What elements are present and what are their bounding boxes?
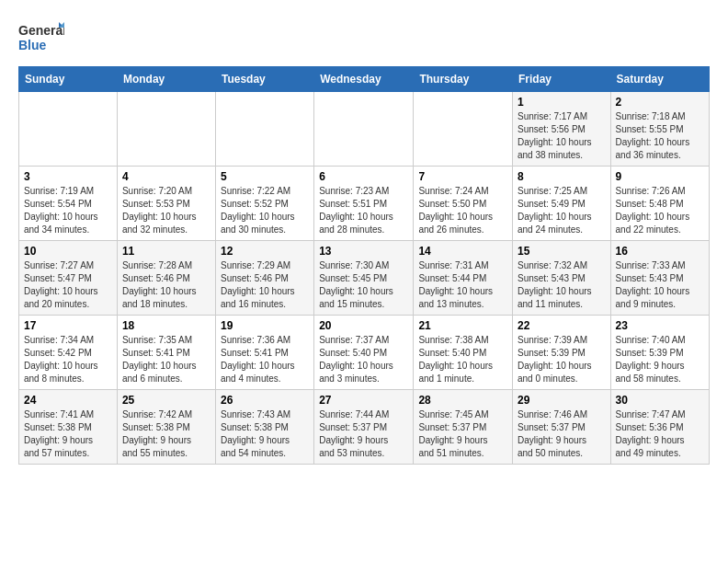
calendar-cell: 11Sunrise: 7:28 AM Sunset: 5:46 PM Dayli… <box>117 241 215 316</box>
day-info: Sunrise: 7:41 AM Sunset: 5:38 PM Dayligh… <box>24 408 112 460</box>
calendar-cell: 1Sunrise: 7:17 AM Sunset: 5:56 PM Daylig… <box>512 92 610 167</box>
day-info: Sunrise: 7:27 AM Sunset: 5:47 PM Dayligh… <box>24 259 112 311</box>
calendar-cell: 5Sunrise: 7:22 AM Sunset: 5:52 PM Daylig… <box>215 167 313 241</box>
day-info: Sunrise: 7:28 AM Sunset: 5:46 PM Dayligh… <box>122 259 210 311</box>
calendar-cell: 17Sunrise: 7:34 AM Sunset: 5:42 PM Dayli… <box>19 316 118 390</box>
calendar-cell <box>314 92 414 167</box>
calendar-cell: 27Sunrise: 7:44 AM Sunset: 5:37 PM Dayli… <box>314 390 414 465</box>
day-info: Sunrise: 7:22 AM Sunset: 5:52 PM Dayligh… <box>221 185 309 236</box>
day-number: 28 <box>418 394 507 407</box>
calendar-cell: 10Sunrise: 7:27 AM Sunset: 5:47 PM Dayli… <box>19 241 118 316</box>
day-number: 20 <box>319 319 408 332</box>
calendar-cell: 2Sunrise: 7:18 AM Sunset: 5:55 PM Daylig… <box>610 92 709 167</box>
day-number: 11 <box>122 245 210 258</box>
day-number: 9 <box>616 170 704 183</box>
calendar-cell: 18Sunrise: 7:35 AM Sunset: 5:41 PM Dayli… <box>117 316 215 390</box>
weekday-header-monday: Monday <box>117 67 215 92</box>
day-info: Sunrise: 7:47 AM Sunset: 5:36 PM Dayligh… <box>616 408 704 460</box>
day-number: 1 <box>518 96 606 109</box>
day-number: 18 <box>122 319 210 332</box>
day-info: Sunrise: 7:39 AM Sunset: 5:39 PM Dayligh… <box>518 334 606 385</box>
day-number: 21 <box>418 319 507 332</box>
weekday-header-wednesday: Wednesday <box>314 67 414 92</box>
day-number: 14 <box>418 245 507 258</box>
day-info: Sunrise: 7:34 AM Sunset: 5:42 PM Dayligh… <box>24 334 112 385</box>
day-info: Sunrise: 7:40 AM Sunset: 5:39 PM Dayligh… <box>616 334 704 385</box>
calendar-cell: 29Sunrise: 7:46 AM Sunset: 5:37 PM Dayli… <box>512 390 610 465</box>
day-number: 6 <box>319 170 408 183</box>
week-row-1: 1Sunrise: 7:17 AM Sunset: 5:56 PM Daylig… <box>19 92 710 167</box>
day-info: Sunrise: 7:42 AM Sunset: 5:38 PM Dayligh… <box>122 408 210 460</box>
calendar-cell: 4Sunrise: 7:20 AM Sunset: 5:53 PM Daylig… <box>117 167 215 241</box>
weekday-header-sunday: Sunday <box>19 67 118 92</box>
day-info: Sunrise: 7:33 AM Sunset: 5:43 PM Dayligh… <box>616 259 704 311</box>
calendar-cell: 20Sunrise: 7:37 AM Sunset: 5:40 PM Dayli… <box>314 316 414 390</box>
svg-text:Blue: Blue <box>18 38 47 52</box>
week-row-3: 10Sunrise: 7:27 AM Sunset: 5:47 PM Dayli… <box>19 241 710 316</box>
calendar-cell <box>19 92 118 167</box>
day-number: 23 <box>616 319 704 332</box>
day-info: Sunrise: 7:23 AM Sunset: 5:51 PM Dayligh… <box>319 185 408 236</box>
calendar-cell: 25Sunrise: 7:42 AM Sunset: 5:38 PM Dayli… <box>117 390 215 465</box>
weekday-header-saturday: Saturday <box>610 67 709 92</box>
week-row-2: 3Sunrise: 7:19 AM Sunset: 5:54 PM Daylig… <box>19 167 710 241</box>
day-number: 13 <box>319 245 408 258</box>
day-number: 4 <box>122 170 210 183</box>
day-info: Sunrise: 7:29 AM Sunset: 5:46 PM Dayligh… <box>221 259 309 311</box>
day-info: Sunrise: 7:46 AM Sunset: 5:37 PM Dayligh… <box>518 408 606 460</box>
day-info: Sunrise: 7:24 AM Sunset: 5:50 PM Dayligh… <box>418 185 507 236</box>
week-row-4: 17Sunrise: 7:34 AM Sunset: 5:42 PM Dayli… <box>19 316 710 390</box>
day-number: 5 <box>221 170 309 183</box>
day-number: 27 <box>319 394 408 407</box>
weekday-header-tuesday: Tuesday <box>215 67 313 92</box>
day-number: 16 <box>616 245 704 258</box>
day-number: 30 <box>616 394 704 407</box>
day-info: Sunrise: 7:25 AM Sunset: 5:49 PM Dayligh… <box>518 185 606 236</box>
calendar-cell: 19Sunrise: 7:36 AM Sunset: 5:41 PM Dayli… <box>215 316 313 390</box>
weekday-header-thursday: Thursday <box>414 67 513 92</box>
calendar-cell: 12Sunrise: 7:29 AM Sunset: 5:46 PM Dayli… <box>215 241 313 316</box>
day-number: 17 <box>24 319 112 332</box>
calendar-cell: 24Sunrise: 7:41 AM Sunset: 5:38 PM Dayli… <box>19 390 118 465</box>
day-number: 8 <box>518 170 606 183</box>
calendar-cell: 13Sunrise: 7:30 AM Sunset: 5:45 PM Dayli… <box>314 241 414 316</box>
day-number: 29 <box>518 394 606 407</box>
calendar-cell: 30Sunrise: 7:47 AM Sunset: 5:36 PM Dayli… <box>610 390 709 465</box>
day-number: 22 <box>518 319 606 332</box>
day-number: 25 <box>122 394 210 407</box>
calendar-cell: 3Sunrise: 7:19 AM Sunset: 5:54 PM Daylig… <box>19 167 118 241</box>
calendar-cell: 8Sunrise: 7:25 AM Sunset: 5:49 PM Daylig… <box>512 167 610 241</box>
calendar-cell <box>117 92 215 167</box>
day-number: 10 <box>24 245 112 258</box>
day-info: Sunrise: 7:17 AM Sunset: 5:56 PM Dayligh… <box>518 110 606 162</box>
page-header: General Blue <box>18 18 710 57</box>
day-info: Sunrise: 7:44 AM Sunset: 5:37 PM Dayligh… <box>319 408 408 460</box>
day-info: Sunrise: 7:26 AM Sunset: 5:48 PM Dayligh… <box>616 185 704 236</box>
day-info: Sunrise: 7:43 AM Sunset: 5:38 PM Dayligh… <box>221 408 309 460</box>
day-number: 2 <box>616 96 704 109</box>
logo-svg: General Blue <box>18 18 64 57</box>
day-info: Sunrise: 7:18 AM Sunset: 5:55 PM Dayligh… <box>616 110 704 162</box>
day-number: 19 <box>221 319 309 332</box>
calendar-cell: 14Sunrise: 7:31 AM Sunset: 5:44 PM Dayli… <box>414 241 513 316</box>
day-info: Sunrise: 7:20 AM Sunset: 5:53 PM Dayligh… <box>122 185 210 236</box>
calendar-cell: 9Sunrise: 7:26 AM Sunset: 5:48 PM Daylig… <box>610 167 709 241</box>
calendar-cell: 21Sunrise: 7:38 AM Sunset: 5:40 PM Dayli… <box>414 316 513 390</box>
calendar-cell: 6Sunrise: 7:23 AM Sunset: 5:51 PM Daylig… <box>314 167 414 241</box>
day-info: Sunrise: 7:32 AM Sunset: 5:43 PM Dayligh… <box>518 259 606 311</box>
day-info: Sunrise: 7:35 AM Sunset: 5:41 PM Dayligh… <box>122 334 210 385</box>
weekday-header-friday: Friday <box>512 67 610 92</box>
calendar-cell: 15Sunrise: 7:32 AM Sunset: 5:43 PM Dayli… <box>512 241 610 316</box>
week-row-5: 24Sunrise: 7:41 AM Sunset: 5:38 PM Dayli… <box>19 390 710 465</box>
day-info: Sunrise: 7:37 AM Sunset: 5:40 PM Dayligh… <box>319 334 408 385</box>
calendar-cell <box>215 92 313 167</box>
logo: General Blue <box>18 18 64 57</box>
day-info: Sunrise: 7:38 AM Sunset: 5:40 PM Dayligh… <box>418 334 507 385</box>
day-number: 12 <box>221 245 309 258</box>
calendar-table: SundayMondayTuesdayWednesdayThursdayFrid… <box>18 66 710 465</box>
calendar-cell: 28Sunrise: 7:45 AM Sunset: 5:37 PM Dayli… <box>414 390 513 465</box>
day-number: 26 <box>221 394 309 407</box>
calendar-cell <box>414 92 513 167</box>
day-number: 3 <box>24 170 112 183</box>
day-info: Sunrise: 7:30 AM Sunset: 5:45 PM Dayligh… <box>319 259 408 311</box>
